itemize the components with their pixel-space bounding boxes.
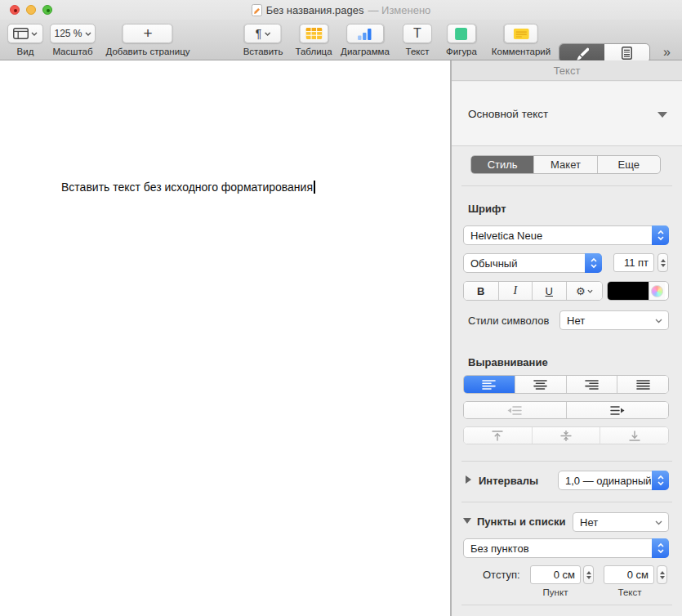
document-canvas[interactable]: Вставить текст без исходного форматирова… [0, 60, 450, 616]
increase-indent-button[interactable] [567, 402, 669, 418]
toolbar-item-text: T Текст [403, 24, 432, 56]
toolbar-overflow-chevrons[interactable]: » [663, 45, 669, 60]
divider [461, 461, 672, 462]
alignment-section-label: Выравнивание [468, 356, 548, 368]
document-button[interactable] [604, 44, 649, 62]
indent-point-value: 0 см [554, 569, 575, 581]
stepper-up-icon [586, 571, 591, 574]
format-inspector: Текст Основной текст Стиль Макет Еще Шри… [452, 60, 682, 616]
decrease-indent-button[interactable] [464, 402, 567, 418]
indent-text-value: 0 см [627, 569, 649, 581]
zoom-button[interactable]: 125 % [50, 24, 96, 43]
document-title: Без названия.pages [266, 4, 364, 16]
zoom-dot-icon [47, 9, 50, 12]
valign-bottom-button[interactable] [600, 427, 668, 444]
font-style-popup[interactable]: Обычный [463, 253, 602, 273]
zoom-value: 125 % [54, 28, 82, 39]
view-button[interactable] [7, 24, 43, 43]
indent-text-stepper[interactable] [657, 565, 667, 584]
add-page-button[interactable]: + [123, 24, 173, 43]
table-label: Таблица [295, 47, 332, 56]
font-size-value: 11 пт [624, 257, 649, 269]
divider [461, 502, 672, 502]
chart-button[interactable] [346, 24, 384, 43]
popup-stepper-icon [652, 471, 669, 490]
inspector-header: Текст [452, 60, 682, 81]
underline-button[interactable]: U [533, 282, 567, 300]
text-label: Текст [406, 47, 430, 56]
font-family-popup[interactable]: Helvetica Neue [463, 225, 669, 245]
align-center-icon [533, 380, 547, 390]
font-size-field[interactable]: 11 пт [613, 253, 654, 272]
table-icon [305, 28, 322, 39]
lists-dropdown[interactable]: Нет [573, 512, 669, 532]
paragraph-style-disclosure-icon[interactable] [657, 112, 667, 118]
indent-point-sublabel: Пункт [543, 587, 568, 597]
color-picker-button[interactable] [649, 282, 665, 300]
format-button[interactable] [559, 44, 604, 62]
char-styles-label: Стили символов [468, 315, 549, 327]
align-left-button[interactable] [464, 376, 515, 393]
plus-icon: + [143, 25, 152, 41]
paragraph-style-row[interactable]: Основной текст [452, 82, 682, 146]
font-color-swatch[interactable] [608, 282, 649, 300]
chevron-down-icon [587, 289, 593, 293]
shape-button[interactable] [447, 24, 476, 43]
toolbar-item-table: Таблица [295, 24, 332, 56]
font-section-label: Шрифт [468, 203, 506, 215]
font-size-stepper[interactable] [657, 253, 668, 272]
color-wheel-icon [651, 285, 663, 297]
indent-point-stepper[interactable] [583, 565, 594, 584]
font-format-buttons: B I U ⚙ [463, 281, 603, 301]
valign-bottom-icon [629, 431, 640, 441]
zoom-window-button[interactable] [42, 5, 52, 15]
divider [461, 605, 672, 605]
tab-layout[interactable]: Макет [534, 156, 597, 173]
toolbar-item-zoom: 125 % Масштаб [50, 24, 96, 56]
comment-button[interactable] [504, 24, 538, 43]
spacing-label: Интервалы [479, 475, 538, 487]
document-text-line[interactable]: Вставить текст без исходного форматирова… [61, 181, 315, 194]
stepper-up-icon [660, 571, 665, 574]
indent-text-field[interactable]: 0 см [604, 565, 654, 584]
window-controls [10, 5, 52, 15]
table-button[interactable] [299, 24, 328, 43]
document-text: Вставить текст без исходного форматирова… [61, 181, 313, 194]
chevron-down-icon [31, 32, 38, 36]
advanced-options-button[interactable]: ⚙ [567, 282, 602, 300]
popup-stepper-icon [652, 225, 669, 245]
outdent-icon [507, 406, 522, 415]
spacing-popup[interactable]: 1,0 — одинарный [558, 471, 669, 490]
valign-top-button[interactable] [464, 427, 533, 444]
align-right-button[interactable] [567, 376, 618, 393]
list-style-popup[interactable]: Без пунктов [463, 538, 669, 558]
insert-button[interactable]: ¶ [244, 24, 282, 43]
font-style-value: Обычный [464, 257, 517, 270]
toolbar-item-comment: Комментарий [492, 24, 551, 56]
align-justify-button[interactable] [617, 376, 668, 393]
stepper-down-icon [660, 576, 665, 579]
indent-icon [610, 406, 625, 415]
toolbar: Вид 125 % Масштаб + Добавить страницу ¶ … [0, 20, 682, 60]
align-center-button[interactable] [515, 376, 567, 393]
edited-dot-icon [14, 9, 17, 12]
paragraph-icon: ¶ [256, 27, 262, 40]
lists-value: Нет [580, 516, 598, 529]
chevron-down-icon [655, 319, 662, 324]
close-button[interactable] [10, 5, 20, 15]
spacing-disclosure-icon[interactable] [466, 475, 471, 484]
bold-button[interactable]: B [464, 282, 499, 300]
zoom-label: Масштаб [52, 47, 92, 56]
bar-chart-icon [358, 28, 373, 40]
italic-button[interactable]: I [499, 282, 533, 300]
paragraph-style-name: Основной текст [468, 108, 548, 120]
lists-disclosure-icon[interactable] [463, 518, 471, 524]
tab-more[interactable]: Еще [598, 156, 660, 173]
minimize-button[interactable] [26, 5, 36, 15]
indent-point-field[interactable]: 0 см [530, 565, 581, 584]
stepper-down-icon [586, 576, 591, 579]
valign-middle-button[interactable] [533, 427, 601, 444]
text-button[interactable]: T [403, 24, 432, 43]
tab-style[interactable]: Стиль [471, 156, 534, 173]
char-styles-dropdown[interactable]: Нет [559, 310, 669, 330]
